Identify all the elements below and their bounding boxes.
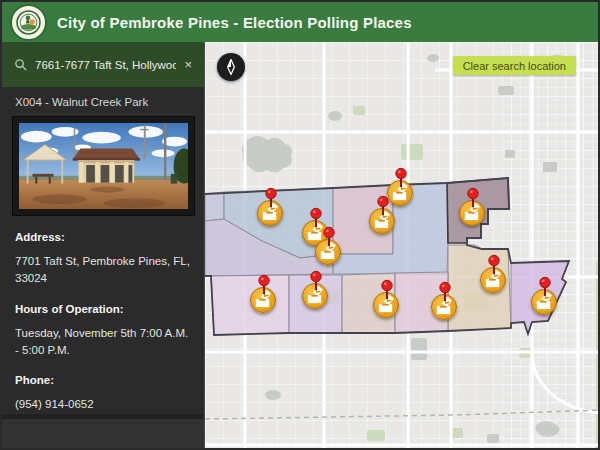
clear-search-location-button[interactable]: Clear search location <box>453 56 576 75</box>
phone-value: (954) 914-0652 <box>15 396 191 413</box>
polling-place-marker-selected[interactable] <box>459 200 485 226</box>
search-result-pin <box>321 226 337 250</box>
polling-place-photo <box>12 116 195 216</box>
polling-place-marker[interactable] <box>369 208 395 234</box>
polling-place-marker[interactable] <box>257 200 283 226</box>
city-seal-logo <box>10 4 47 41</box>
seal-art <box>16 10 41 35</box>
sidebar: 7661-7677 Taft St, Hollywood, Florida...… <box>2 42 205 448</box>
phone-label: Phone: <box>15 374 191 386</box>
polling-place-marker[interactable] <box>315 239 341 265</box>
search-result-pin <box>379 279 395 303</box>
polling-place-marker[interactable] <box>250 287 276 313</box>
address-value: 7701 Taft St, Pembroke Pines, FL, 33024 <box>15 253 191 288</box>
compass-north-icon <box>221 57 241 77</box>
polling-place-marker[interactable] <box>387 180 413 206</box>
search-result-pin <box>256 274 272 298</box>
popup-divider <box>2 414 204 419</box>
map[interactable]: Clear search location <box>205 42 598 448</box>
search-input[interactable]: 7661-7677 Taft St, Hollywood, Florida... <box>35 59 176 71</box>
hours-label: Hours of Operation: <box>15 303 191 315</box>
compass-reset-button[interactable] <box>217 53 245 81</box>
search-result-pin <box>263 187 279 211</box>
photo-art <box>19 123 188 209</box>
polling-place-marker[interactable] <box>373 292 399 318</box>
polling-place-marker[interactable] <box>531 289 557 315</box>
app-window: City of Pembroke Pines - Election Pollin… <box>0 0 600 450</box>
polling-place-marker[interactable] <box>480 267 506 293</box>
polling-place-marker[interactable] <box>431 294 457 320</box>
app-header: City of Pembroke Pines - Election Pollin… <box>2 2 598 42</box>
search-result-pin <box>537 276 553 300</box>
hours-value: Tuesday, November 5th 7:00 A.M. - 5:00 P… <box>15 325 191 360</box>
search-icon <box>14 58 27 71</box>
search-clear-icon[interactable]: × <box>184 58 192 71</box>
search-result-pin <box>393 167 409 191</box>
polling-place-marker[interactable] <box>302 283 328 309</box>
polling-place-title: X004 - Walnut Creek Park <box>2 87 204 114</box>
search-result-pin <box>308 270 324 294</box>
address-label: Address: <box>15 231 191 243</box>
search-bar[interactable]: 7661-7677 Taft St, Hollywood, Florida...… <box>2 42 204 87</box>
popup-panel: X004 - Walnut Creek Park <box>2 87 204 414</box>
search-result-pin <box>486 254 502 278</box>
page-title: City of Pembroke Pines - Election Pollin… <box>57 14 412 31</box>
map-canvas[interactable] <box>205 42 598 448</box>
search-result-pin <box>465 187 481 211</box>
search-result-pin <box>437 281 453 305</box>
